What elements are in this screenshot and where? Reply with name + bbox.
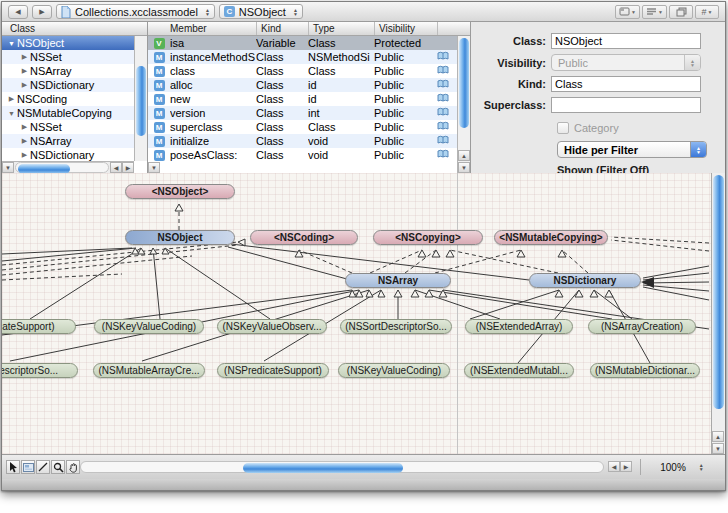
doc-cell[interactable] [437, 107, 455, 119]
class-tree-vscrollbar[interactable] [134, 36, 147, 161]
table-row[interactable]: MposeAsClass:ClassvoidPublic [148, 148, 457, 162]
embed-tool[interactable] [21, 460, 35, 474]
diagram-node[interactable]: (NSMutableDictionar... [590, 363, 700, 378]
class-field[interactable] [551, 33, 701, 49]
visibility-column-header[interactable]: Visibility [374, 22, 437, 35]
disclosure-icon[interactable]: ▼ [6, 110, 17, 117]
table-row[interactable]: VisaVariableClassProtected [148, 36, 457, 50]
kind-column-header[interactable]: Kind [256, 22, 308, 35]
tree-row[interactable]: ▶NSSet [2, 120, 134, 134]
tree-row[interactable]: ▶NSDictionary [2, 78, 134, 92]
tree-row[interactable]: ▶NSDictionary [2, 148, 134, 162]
category-checkbox[interactable] [557, 122, 569, 134]
visibility-popup[interactable]: Public ▲▼ [551, 54, 701, 71]
diagram-node[interactable]: <NSCopying> [373, 230, 483, 245]
scroll-right-icon[interactable]: ▶ [122, 162, 134, 173]
count-popup-button[interactable]: #▼ [695, 5, 719, 19]
diagram-node[interactable]: (NSKeyValueObserv... [217, 319, 327, 334]
member-table-vscrollbar[interactable]: ▲ ▼ [457, 36, 470, 173]
disclosure-icon[interactable]: ▶ [19, 137, 30, 145]
table-row[interactable]: MclassClassClassPublic [148, 64, 457, 78]
scroll-down-icon[interactable]: ▼ [712, 443, 724, 454]
disclosure-icon[interactable]: ▼ [6, 40, 17, 47]
tree-row[interactable]: ▼NSMutableCopying [2, 106, 134, 120]
diagram-node[interactable]: NSDictionary [529, 273, 641, 288]
scroll-thumb[interactable] [243, 463, 403, 473]
class-tree-hscrollbar[interactable]: ▼ ◀ ▶ [2, 161, 134, 173]
diagram-node[interactable]: (NSExtendedArray) [465, 319, 573, 334]
doc-cell[interactable] [437, 135, 455, 147]
table-row[interactable]: MinstanceMethodSClassNSMethodSiPublic [148, 50, 457, 64]
scroll-left-icon[interactable]: ◀ [608, 461, 620, 472]
scroll-thumb[interactable] [459, 38, 469, 128]
tree-row[interactable]: ▼NSObject [2, 36, 134, 50]
file-popup[interactable]: Collections.xcclassmodel ▲▼ [56, 4, 215, 19]
scroll-up-icon[interactable]: ▲ [712, 431, 724, 442]
disclosure-icon[interactable]: ▶ [19, 123, 30, 131]
disclosure-icon[interactable]: ▶ [6, 95, 17, 103]
table-row[interactable]: MallocClassidPublic [148, 78, 457, 92]
diagram-vscrollbar[interactable]: ▲ ▼ [711, 173, 725, 454]
pointer-tool[interactable] [6, 460, 20, 474]
diagram-node[interactable]: NSArray [345, 273, 451, 288]
doc-cell[interactable] [437, 51, 455, 63]
table-row[interactable]: MversionClassintPublic [148, 106, 457, 120]
doc-cell[interactable] [437, 149, 455, 161]
scroll-down-icon[interactable]: ▼ [148, 162, 160, 173]
superclass-field[interactable] [551, 97, 701, 113]
doc-cell[interactable] [437, 79, 455, 91]
doc-cell[interactable] [437, 121, 455, 133]
tree-row[interactable]: ▶NSCoding [2, 92, 134, 106]
diagram-node[interactable]: dicateSupport) [2, 319, 76, 334]
scroll-thumb[interactable] [18, 164, 70, 173]
table-row[interactable]: MnewClassidPublic [148, 92, 457, 106]
back-button[interactable]: ◀ [8, 5, 28, 19]
zoom-control[interactable]: 100% ▲▼ [640, 459, 723, 475]
scroll-thumb[interactable] [713, 175, 724, 409]
tree-row[interactable]: ▶NSArray [2, 64, 134, 78]
type-column-header[interactable]: Type [308, 22, 374, 35]
annotation-popup-button[interactable]: ▼ [642, 5, 667, 19]
disclosure-icon[interactable]: ▶ [19, 53, 30, 61]
diagram-node[interactable]: <NSMutableCopying> [494, 230, 608, 245]
diagram-hscrollbar[interactable] [80, 461, 604, 473]
doc-cell[interactable] [437, 93, 455, 105]
scroll-down-icon[interactable]: ▼ [458, 162, 470, 173]
diagram-node[interactable]: (NSKeyValueCoding) [94, 319, 204, 334]
line-tool[interactable] [36, 460, 50, 474]
tree-row[interactable]: ▶NSSet [2, 50, 134, 64]
diagram-node[interactable]: (NSPredicateSupport) [217, 363, 329, 378]
disclosure-icon[interactable]: ▶ [19, 81, 30, 89]
scroll-left-icon[interactable]: ◀ [110, 162, 122, 173]
diagram-node[interactable]: <NSCoding> [250, 230, 358, 245]
disclosure-icon[interactable]: ▶ [19, 67, 30, 75]
diagram-node[interactable]: (NSSortDescriptorSo... [340, 319, 452, 334]
scroll-right-icon[interactable]: ▶ [620, 461, 632, 472]
diagram-node[interactable]: (NSMutableArrayCre... [93, 363, 205, 378]
hand-tool[interactable] [66, 460, 80, 474]
scroll-down-icon[interactable]: ▼ [2, 162, 14, 173]
class-popup[interactable]: C NSObject ▲▼ [219, 4, 303, 19]
diagram-node[interactable]: (NSKeyValueCoding) [338, 363, 450, 378]
diagram-node[interactable]: (NSArrayCreation) [588, 319, 696, 334]
diagram-node[interactable]: (NSExtendedMutabl... [464, 363, 574, 378]
filter-popup[interactable]: Hide per Filter ▲▼ [557, 141, 707, 158]
duplicate-popup-button[interactable] [669, 5, 693, 19]
doc-cell[interactable] [437, 65, 455, 77]
kind-field[interactable] [551, 76, 701, 92]
forward-button[interactable]: ▶ [32, 5, 52, 19]
disclosure-icon[interactable]: ▶ [19, 151, 30, 159]
member-column-header[interactable]: Member [170, 23, 256, 34]
embed-popup-button[interactable]: ▼ [615, 5, 640, 19]
tree-row[interactable]: ▶NSArray [2, 134, 134, 148]
diagram-node[interactable]: DescriptorSo... [2, 363, 78, 378]
class-column-header[interactable]: Class [2, 22, 147, 36]
scroll-thumb[interactable] [136, 66, 146, 136]
table-row[interactable]: MsuperclassClassClassPublic [148, 120, 457, 134]
diagram-node[interactable]: NSObject [125, 230, 235, 245]
magnify-tool[interactable] [51, 460, 65, 474]
diagram-canvas[interactable]: <NSObject>NSObject<NSCoding><NSCopying><… [2, 173, 711, 454]
diagram-node[interactable]: <NSObject> [125, 184, 235, 199]
table-row[interactable]: MinitializeClassvoidPublic [148, 134, 457, 148]
scroll-up-icon[interactable]: ▲ [458, 150, 470, 161]
